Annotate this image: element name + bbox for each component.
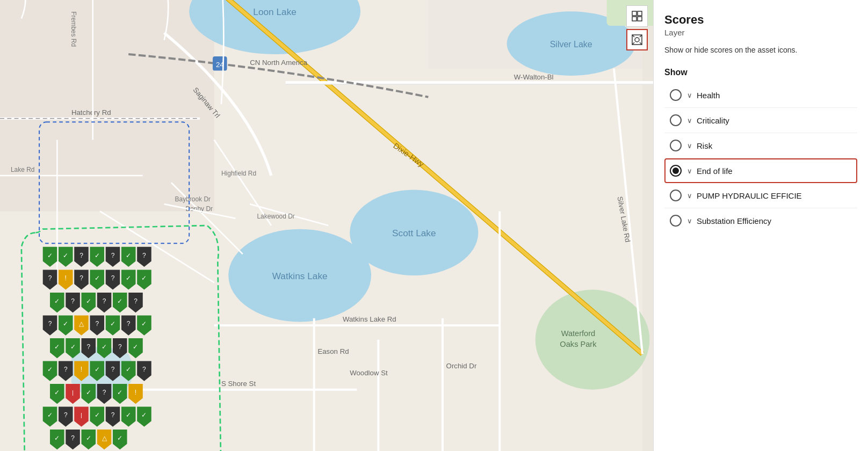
radio-end-of-life[interactable] [670,165,682,177]
svg-text:Oaks Park: Oaks Park [560,340,597,348]
svg-text:Frembes Rd: Frembes Rd [70,11,77,47]
svg-text:?: ? [142,366,146,373]
radio-inner-end-of-life [672,168,679,174]
svg-text:✓: ✓ [54,297,60,305]
svg-text:?: ? [95,320,99,328]
svg-text:?: ? [118,343,122,351]
svg-text:✓: ✓ [95,366,100,373]
chevron-substation-efficiency: ∨ [687,217,692,225]
chevron-pump-hydraulic: ∨ [687,192,692,200]
svg-text:Scott Lake: Scott Lake [392,228,436,238]
svg-text:✓: ✓ [141,320,147,328]
svg-text:Baybrook Dr: Baybrook Dr [175,195,211,203]
svg-text:Silver Lake: Silver Lake [550,40,592,49]
svg-text:Eason Rd: Eason Rd [317,347,349,355]
score-item-pump-hydraulic[interactable]: ∨ PUMP HYDRAULIC EFFICIE [664,183,857,208]
score-item-health[interactable]: ∨ Health [664,83,857,108]
svg-text:✓: ✓ [126,274,131,282]
svg-text:✓: ✓ [141,274,147,282]
svg-text:!: ! [135,389,136,396]
svg-text:✓: ✓ [86,297,91,305]
svg-text:Woodlow St: Woodlow St [350,369,388,377]
svg-text:Watkins Lake Rd: Watkins Lake Rd [343,315,396,323]
svg-text:!: ! [65,274,67,282]
grid-view-button[interactable] [626,5,648,27]
svg-text:?: ? [111,274,115,282]
chevron-criticality: ∨ [687,117,692,125]
svg-text:✓: ✓ [110,320,115,328]
svg-text:✓: ✓ [95,252,100,259]
svg-text:✓: ✓ [54,389,60,396]
svg-text:✓: ✓ [117,297,122,305]
svg-text:✓: ✓ [95,274,100,282]
svg-text:|: | [81,412,82,418]
svg-text:?: ? [111,411,115,419]
svg-text:✓: ✓ [54,343,60,351]
svg-rect-1 [0,0,214,211]
score-item-substation-efficiency[interactable]: ∨ Substation Efficiency [664,208,857,233]
svg-text:?: ? [48,320,52,328]
svg-text:?: ? [48,274,52,282]
svg-text:|: | [72,389,74,396]
panel-subtitle: Layer [664,28,857,37]
svg-text:Hatchery Rd: Hatchery Rd [71,108,111,117]
svg-text:✓: ✓ [70,343,76,351]
score-items-container: ∨ Health ∨ Criticality ∨ Risk ∨ End of l… [664,83,857,233]
panel-description: Show or hide scores on the asset icons. [664,45,857,56]
svg-text:Orchid Dr: Orchid Dr [446,362,477,370]
grid-icon [632,11,642,21]
svg-text:✓: ✓ [126,366,131,373]
score-label-substation-efficiency: Substation Efficiency [697,216,771,226]
show-label: Show [664,68,857,77]
svg-text:✓: ✓ [86,434,91,442]
svg-rect-219 [638,17,642,21]
svg-text:✓: ✓ [102,343,107,351]
svg-text:?: ? [71,297,75,305]
svg-text:?: ? [111,252,115,259]
svg-text:△: △ [102,434,107,442]
score-label-pump-hydraulic: PUMP HYDRAULIC EFFICIE [697,191,802,200]
chevron-end-of-life: ∨ [687,167,692,175]
svg-text:✓: ✓ [126,411,131,419]
panel-title: Scores [664,13,857,27]
svg-text:✓: ✓ [54,434,60,442]
toolbar [626,5,648,50]
svg-text:W-Walton-Bl: W-Walton-Bl [514,73,554,81]
svg-text:?: ? [134,297,138,305]
score-item-criticality[interactable]: ∨ Criticality [664,108,857,133]
score-label-health: Health [697,91,720,100]
radio-criticality[interactable] [670,114,682,126]
chevron-health: ∨ [687,91,692,99]
svg-text:✓: ✓ [63,252,68,259]
svg-text:?: ? [86,343,90,351]
score-item-risk[interactable]: ∨ Risk [664,133,857,158]
svg-text:✓: ✓ [95,411,100,419]
radio-health[interactable] [670,89,682,101]
svg-text:✓: ✓ [126,252,131,259]
radio-substation-efficiency[interactable] [670,215,682,227]
score-item-end-of-life[interactable]: ∨ End of life [664,158,857,183]
svg-text:Loon Lake: Loon Lake [253,6,296,17]
selection-icon [632,34,642,45]
svg-text:△: △ [79,320,84,328]
radio-pump-hydraulic[interactable] [670,190,682,201]
svg-rect-216 [632,11,636,16]
side-panel: Scores Layer Show or hide scores on the … [653,0,868,451]
svg-point-221 [635,38,639,42]
radio-risk[interactable] [670,140,682,151]
scores-layer-button[interactable] [626,29,648,50]
svg-text:?: ? [103,297,106,305]
svg-text:✓: ✓ [47,411,53,419]
score-label-risk: Risk [697,141,712,150]
svg-text:Waterford: Waterford [561,329,596,338]
svg-text:?: ? [79,274,83,282]
svg-rect-217 [638,11,642,16]
svg-text:?: ? [142,252,146,259]
svg-text:S Shore St: S Shore St [221,380,256,388]
svg-text:?: ? [71,434,75,442]
chevron-risk: ∨ [687,142,692,150]
svg-text:Watkins Lake: Watkins Lake [272,271,328,281]
svg-text:✓: ✓ [86,389,91,396]
svg-text:?: ? [79,252,83,259]
svg-text:Lakewood Dr: Lakewood Dr [257,213,294,220]
